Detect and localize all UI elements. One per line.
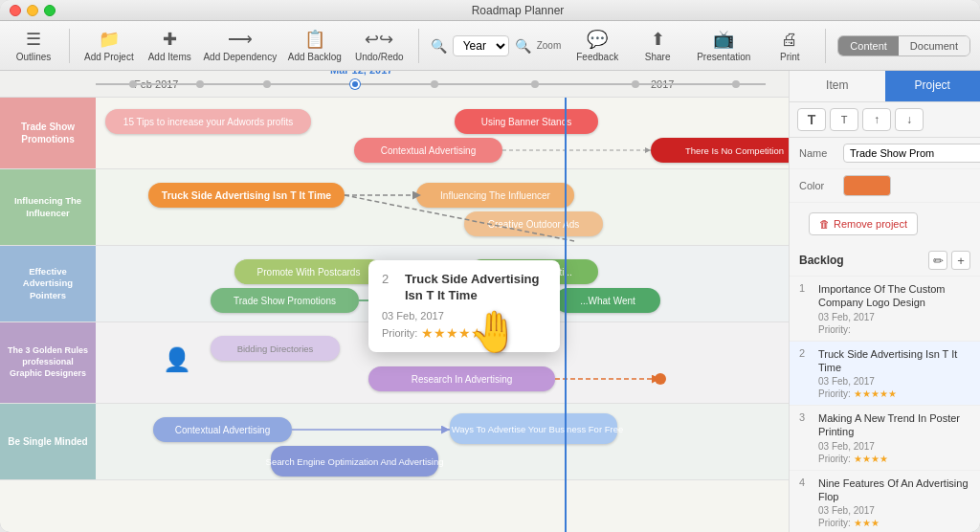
row-single: Be Single Minded Contextual Advertising … bbox=[0, 404, 789, 480]
format-t2-button[interactable]: T bbox=[830, 108, 858, 131]
backlog-add-button[interactable]: + bbox=[951, 251, 970, 270]
share-label: Share bbox=[645, 52, 671, 62]
add-dependency-button[interactable]: ⟶ Add Dependency bbox=[203, 25, 278, 66]
backlog-item-4[interactable]: 4 Nine Features Of An Advertising Flop 0… bbox=[790, 471, 980, 532]
tooltip-num: 2 bbox=[382, 272, 397, 286]
tooltip-stars: ★★★★★ bbox=[421, 325, 483, 341]
backlog-item-2[interactable]: 2 Truck Side Advertising Isn T It Time 0… bbox=[790, 342, 980, 407]
tooltip-priority-label: Priority: bbox=[382, 327, 417, 339]
pill-contextual-adv[interactable]: Contextual Advertising bbox=[354, 138, 502, 163]
row-content-influencer: Truck Side Advertising Isn T It Time Inf… bbox=[96, 169, 789, 245]
backlog-title-1: Importance Of The Custom Company Logo De… bbox=[818, 282, 970, 310]
sep-2 bbox=[418, 29, 419, 63]
share-button[interactable]: ⬆ Share bbox=[634, 25, 681, 66]
color-label: Color bbox=[799, 180, 837, 191]
tooltip-popup: 2 Truck Side Advertising Isn T It Time 0… bbox=[368, 260, 560, 352]
zoom-in-icon[interactable]: 🔍 bbox=[515, 38, 531, 54]
backlog-item-1-header: 1 Importance Of The Custom Company Logo … bbox=[799, 282, 970, 310]
stars-3: ★★★★ bbox=[854, 454, 888, 464]
window-title: Roadmap Planner bbox=[65, 4, 970, 17]
zoom-out-icon[interactable]: 🔍 bbox=[431, 38, 447, 54]
backlog-edit-button[interactable]: ✏ bbox=[928, 251, 947, 270]
backlog-items-list: 1 Importance Of The Custom Company Logo … bbox=[790, 277, 980, 532]
backlog-priority-2: Priority: ★★★★★ bbox=[818, 388, 970, 399]
add-project-button[interactable]: 📁 Add Project bbox=[81, 25, 137, 66]
close-button[interactable] bbox=[10, 5, 21, 16]
pill-what-went[interactable]: ...What Went bbox=[555, 288, 660, 313]
print-button[interactable]: 🖨 Print bbox=[766, 26, 813, 66]
canvas-area: Feb 2017 2017 Mar 12 bbox=[0, 71, 789, 532]
pill-trade-show-2[interactable]: Trade Show Promotions bbox=[211, 288, 359, 313]
pill-seo[interactable]: Search Engine Optimization And Advertisi… bbox=[271, 446, 438, 477]
add-items-icon: ✚ bbox=[163, 29, 177, 50]
backlog-item-1[interactable]: 1 Importance Of The Custom Company Logo … bbox=[790, 277, 980, 342]
undo-redo-button[interactable]: ↩↪ Undo/Redo bbox=[352, 25, 407, 66]
presentation-button[interactable]: 📺 Presentation bbox=[689, 25, 758, 66]
pill-bidding[interactable]: Bidding Directories bbox=[211, 336, 340, 361]
remove-project-button[interactable]: 🗑 Remove project bbox=[809, 212, 918, 235]
backlog-item-3[interactable]: 3 Making A New Trend In Poster Printing … bbox=[790, 406, 980, 471]
name-input[interactable] bbox=[843, 144, 980, 163]
feedback-button[interactable]: 💬 Feedback bbox=[568, 25, 626, 66]
backlog-priority-3: Priority: ★★★★ bbox=[818, 454, 970, 464]
document-tab-button[interactable]: Document bbox=[899, 36, 969, 55]
share-icon: ⬆ bbox=[651, 29, 665, 50]
tab-project[interactable]: Project bbox=[885, 71, 981, 101]
backlog-header: Backlog ✏ + bbox=[790, 245, 980, 277]
backlog-title-3: Making A New Trend In Poster Printing bbox=[818, 411, 970, 439]
print-label: Print bbox=[780, 52, 800, 62]
undo-redo-label: Undo/Redo bbox=[355, 52, 404, 62]
minimize-button[interactable] bbox=[27, 5, 38, 16]
backlog-title: Backlog bbox=[799, 254, 928, 267]
rows-container[interactable]: Trade Show Promotions 15 Tips to increas… bbox=[0, 98, 789, 532]
format-align2-button[interactable]: ↓ bbox=[895, 108, 924, 131]
priority-label-3: Priority: bbox=[818, 454, 851, 464]
pill-adwords[interactable]: 15 Tips to increase your Adwords profits bbox=[105, 109, 311, 134]
content-doc-toggle: Content Document bbox=[837, 35, 970, 56]
priority-label-1: Priority: bbox=[818, 324, 851, 335]
pill-research[interactable]: Research In Advertising bbox=[368, 366, 555, 391]
right-panel: Item Project T T ↑ ↓ Name Color bbox=[789, 71, 980, 532]
stars-2: ★★★★★ bbox=[854, 388, 897, 399]
maximize-button[interactable] bbox=[44, 5, 56, 16]
pill-banner-stands[interactable]: Using Banner Stands bbox=[455, 109, 598, 134]
add-items-label: Add Items bbox=[148, 52, 191, 62]
row-label-influencer: Influencing The Influencer bbox=[0, 169, 96, 245]
zoom-label: Zoom bbox=[537, 40, 562, 51]
pill-creative-outdoor[interactable]: Creative Outdoor Ads bbox=[464, 211, 603, 236]
presentation-label: Presentation bbox=[697, 52, 750, 62]
row-content-single: Contextual Advertising 7 Ways To Adverti… bbox=[96, 404, 789, 479]
add-backlog-button[interactable]: 📋 Add Backlog bbox=[285, 25, 345, 66]
toolbar-right: 💬 Feedback ⬆ Share 📺 Presentation 🖨 Prin… bbox=[568, 25, 970, 66]
sep-1 bbox=[69, 29, 70, 63]
color-swatch[interactable] bbox=[843, 175, 891, 196]
outlines-button[interactable]: ☰ Outlines bbox=[10, 25, 57, 66]
pill-postcards[interactable]: Promote With Postcards bbox=[234, 259, 383, 284]
backlog-date-3: 03 Feb, 2017 bbox=[818, 441, 970, 452]
backlog-priority-4: Priority: ★★★ bbox=[818, 518, 970, 528]
add-project-icon: 📁 bbox=[99, 29, 120, 50]
backlog-item-3-header: 3 Making A New Trend In Poster Printing bbox=[799, 411, 970, 439]
zoom-select[interactable]: Year bbox=[453, 35, 509, 56]
format-t1-button[interactable]: T bbox=[797, 108, 826, 131]
row5-arrows bbox=[96, 404, 789, 480]
backlog-num-3: 3 bbox=[799, 411, 813, 423]
row-label-trade-show: Trade Show Promotions bbox=[0, 98, 96, 168]
backlog-num-4: 4 bbox=[799, 477, 813, 488]
pill-no-competition[interactable]: There Is No Competition bbox=[651, 138, 789, 163]
format-row: T T ↑ ↓ bbox=[790, 102, 980, 138]
tooltip-priority-row: Priority: ★★★★★ bbox=[382, 325, 546, 341]
add-backlog-label: Add Backlog bbox=[288, 52, 342, 62]
row-label-golden: The 3 Golden Rules professional Graphic … bbox=[0, 322, 96, 403]
pill-contextual2[interactable]: Contextual Advertising bbox=[153, 417, 292, 442]
titlebar: Roadmap Planner bbox=[0, 0, 980, 21]
pill-7ways[interactable]: 7 Ways To Advertise Your Business For Fr… bbox=[450, 413, 617, 444]
pill-influencing[interactable]: Influencing The Influencer bbox=[416, 183, 574, 208]
pill-truck-side[interactable]: Truck Side Advertising Isn T It Time bbox=[148, 183, 345, 208]
content-tab-button[interactable]: Content bbox=[838, 36, 899, 55]
format-align1-button[interactable]: ↑ bbox=[862, 108, 891, 131]
tab-item[interactable]: Item bbox=[790, 71, 885, 101]
backlog-num-2: 2 bbox=[799, 347, 813, 359]
timeline-header: Feb 2017 2017 Mar 12 bbox=[0, 71, 789, 98]
add-items-button[interactable]: ✚ Add Items bbox=[145, 25, 195, 66]
